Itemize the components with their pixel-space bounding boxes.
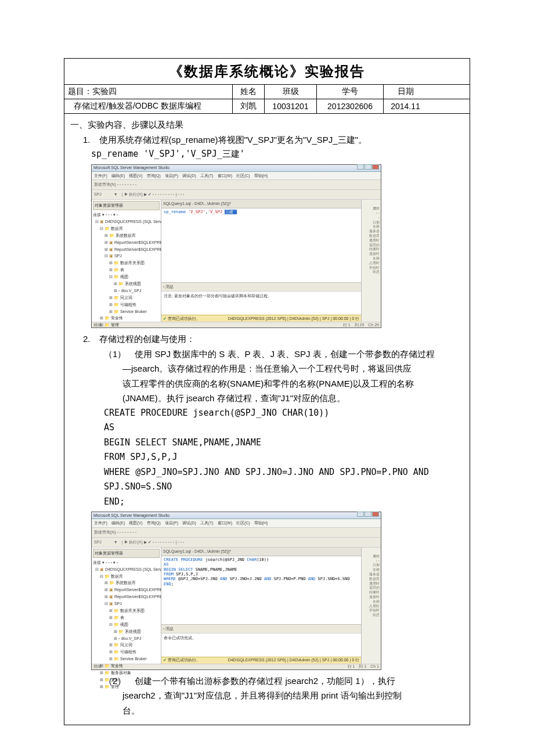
date-value: 2014.11 [384,99,427,113]
ssms-menubar[interactable]: 文件(F) 编辑(E) 视图(V) 查询(Q) 项目(P) 调试(D) 工具(T… [92,172,381,181]
message-tab[interactable]: ▫ 消息 [161,625,361,633]
sql-editor[interactable]: CREATE PROCEDURE jsearch(@SPJ_JNO CHAR(1… [161,556,361,624]
close-icon[interactable] [372,512,379,517]
editor-tab[interactable]: SQLQuery1.sql - D4D\...\Admin (52))* [161,200,361,208]
code-line: CREATE PROCEDURE jsearch(@SPJ_JNO CHAR(1… [70,406,464,421]
tree-item[interactable]: ⊞ 📁 系统视图 [93,628,160,635]
item2-1-l3: 该工程零件的供应商的名称(SNAME)和零件的名称(PNAME)以及工程的名称 [70,376,464,391]
tree-item[interactable]: ⊞ 📁 同义词 [93,294,160,301]
ssms-body: 对象资源管理器 连接 ▾ ▫ ▫ ▫ ▾ ▫ ⊟ ▣ D4D\SQLEXPRES… [92,548,381,664]
tree-item[interactable]: ⊞ ▫ dbo.V_SPJ [93,635,160,642]
ssms-screenshot-2: Microsoft SQL Server Management Studio 文… [91,512,381,670]
object-explorer-tools[interactable]: 连接 ▾ ▫ ▫ ▫ ▾ ▫ [93,211,160,218]
tree-item[interactable]: ⊞ 📁 同义词 [93,642,160,649]
close-icon[interactable] [372,164,379,170]
code-line: AS [70,420,464,435]
tree-item[interactable]: ⊟ 📁 视图 [93,621,160,628]
tree-item[interactable]: ⊟ ▣ SPJ [93,253,160,260]
window-buttons[interactable] [356,512,379,519]
ssms-toolbar-1[interactable]: 新建查询(N) ▫ ▫ ▫ ▫ ▫ ▫ ▫ ▫ [92,528,381,538]
tree-item[interactable]: ⊞ 📁 系统数据库 [93,232,160,239]
tree-item[interactable]: ⊞ 📁 Service Broker [93,308,160,315]
editor-tab[interactable]: SQLQuery1.sql - D4D\...\Admin (52))* [161,548,361,556]
code-line: END; [70,495,464,510]
status-bar: 查询已成功执行。 D4D\SQLEXPRESS (2012 SP0) | D4D… [161,657,361,664]
item2-1-l2: —jsearch。该存储过程的作用是：当任意输入一个工程代号时，将返回供应 [70,361,464,376]
tree-item[interactable]: ⊞ ▣ ReportServer$SQLEXPRE [93,593,160,600]
minimize-icon[interactable] [357,164,364,170]
object-explorer-tools[interactable]: 连接 ▾ ▫ ▫ ▫ ▾ ▫ [93,559,160,566]
tree-item[interactable]: ⊞ ▫ dbo.V_SPJ [93,287,160,294]
topic-sub: 存储过程/触发器/ODBC 数据库编程 [74,101,201,111]
tree-item[interactable]: ⊞ 📁 数据库关系图 [93,260,160,267]
item1-code: sp_rename 'V_SPJ','V_SPJ_三建' [70,147,464,162]
code-line: FROM SPJ,S,P,J [70,450,464,465]
report-frame: 《数据库系统概论》实验报告 题目：实验四 姓名 班级 学号 日期 存储过程/触发… [64,58,470,725]
report-body: 一、实验内容、步骤以及结果 1. 使用系统存储过程(sp_rename)将视图"… [64,114,470,725]
minimize-icon[interactable] [357,512,364,517]
message-pane: ▫ 消息 注意: 更改对象名的任一部分都可能会破坏脚本和存储过程。 [161,282,361,315]
tree-item[interactable]: ⊞ 📁 表 [93,614,160,621]
maximize-icon[interactable] [365,164,371,170]
message-tab[interactable]: ▫ 消息 [161,283,361,291]
tree-item[interactable]: ⊞ 📁 安全性 [93,663,160,669]
status-right: D4D\SQLEXPRESS (2012 SP0) | D4D\Admin (5… [228,315,359,322]
tree-item[interactable]: ⊞ 📁 表 [93,267,160,273]
tree-item[interactable]: ⊞ 📁 可编程性 [93,301,160,308]
item1-text: 1. 使用系统存储过程(sp_rename)将视图"V_SPJ"更名为"V_SP… [70,132,464,147]
object-explorer[interactable]: 对象资源管理器 连接 ▾ ▫ ▫ ▫ ▾ ▫ ⊟ ▣ D4D\SQLEXPRES… [92,548,161,664]
ssms-titlebar: Microsoft SQL Server Management Studio [92,512,381,519]
tree-root[interactable]: ⊟ ▣ D4D\SQLEXPRESS (SQL Server 2012.0.20… [93,218,160,225]
object-explorer[interactable]: 对象资源管理器 连接 ▾ ▫ ▫ ▫ ▾ ▫ ⊟ ▣ D4D\SQLEXPRES… [92,200,161,322]
tree-item[interactable]: ⊞ 📁 数据库关系图 [93,607,160,614]
tree-root[interactable]: ⊟ ▣ D4D\SQLEXPRESS (SQL Server 1 [93,566,160,573]
class-header: 班级 [265,85,317,99]
tree-item[interactable]: ⊞ 📁 管理 [93,322,160,329]
properties-rail: 属性▫ ▫日期名称服务器数据库通用时返回的结束时连接时名称占用时开始时状态 [361,548,381,664]
topic-sub-cell: 存储过程/触发器/ODBC 数据库编程 [64,99,233,113]
tree-item[interactable]: ⊟ ▣ SPJ [93,600,160,607]
ssms-title: Microsoft SQL Server Management Studio [93,164,169,171]
topic-cell: 题目：实验四 [64,85,233,99]
ssms-title: Microsoft SQL Server Management Studio [93,512,169,519]
ssms-main: SQLQuery1.sql - D4D\...\Admin (52))* CRE… [161,548,361,664]
sql-editor[interactable]: sp_rename 'V_SPJ','V_SPJ_三建' [161,208,361,282]
tree-item[interactable]: ⊟ 📁 数据库 [93,225,160,232]
meta-header-row: 题目：实验四 姓名 班级 学号 日期 [64,85,470,99]
message-text: 注意: 更改对象名的任一部分都可能会破坏脚本和存储过程。 [161,291,361,301]
item2-1-lead: （1） 使用 SPJ 数据库中的 S 表、P 表、J 表、SPJ 表，创建一个带… [70,347,464,362]
ssms-body: 对象资源管理器 连接 ▾ ▫ ▫ ▫ ▾ ▫ ⊟ ▣ D4D\SQLEXPRES… [92,200,381,322]
tree-item[interactable]: ⊞ ▣ ReportServer$SQLEXPRE [93,586,160,593]
item2-2-lead: （2） 创建一个带有输出游标参数的存储过程 jsearch2，功能同 1），执行 [70,674,464,689]
section1-heading: 一、实验内容、步骤以及结果 [70,117,464,132]
ssms-toolbar-1[interactable]: 新建查询(N) ▫ ▫ ▫ ▫ ▫ ▫ ▫ ▫ [92,180,381,190]
message-pane: ▫ 消息 命令已成功完成。 [161,624,361,657]
window-buttons[interactable] [356,164,379,172]
maximize-icon[interactable] [365,512,371,517]
ssms-toolbar-2[interactable]: SPJ ▼ | ▶ 执行(X) ▶ ✔ ▫ ▫ ▫ ▫ ▫ ▫ ▫ ▫ ▫ | … [92,190,381,200]
tree-item[interactable]: ⊞ 📁 安全性 [93,315,160,322]
item2-2-l2: jsearch2，查询"J1"对应信息，并且将得到的结果用 print 语句输出… [70,688,464,703]
status-ok: 查询已成功执行。 [163,315,200,322]
bottom-left: 就绪 [93,322,102,329]
item2-1-l4: (JNAME)。执行 jsearch 存储过程，查询"J1"对应的信息。 [70,391,464,406]
tree-item[interactable]: ⊞ 📁 系统数据库 [93,579,160,586]
tree-item[interactable]: ⊞ ▣ ReportServer$SQLEXPRESS [93,239,160,246]
object-explorer-header: 对象资源管理器 [93,201,160,210]
tree-item[interactable]: ⊞ 📁 系统视图 [93,280,160,287]
code-line: BEGIN SELECT SNAME,PNAME,JNAME [70,435,464,451]
bottom-left: 就绪 [93,663,102,670]
message-text: 命令已成功完成。 [161,633,361,643]
tree-item[interactable]: ⊟ 📁 数据库 [93,573,160,580]
tree-item[interactable]: ⊟ 📁 视图 [93,273,160,280]
ssms-toolbar-2[interactable]: SPJ ▼ | ▶ 执行(X) ▶ ✔ ▫ ▫ ▫ ▫ ▫ ▫ ▫ ▫ ▫ | … [92,538,381,548]
bottom-right: 行 1 列 1 Ch 1 [348,663,379,670]
status-ok: 查询已成功执行。 [163,657,200,664]
properties-rail: 属性▫ ▫▫日期名称服务器数据库通用时返回的结束时连接时名称占用时开始时状态 [361,200,381,322]
bottom-right: 行 1 列 29 Ch 29 [343,322,379,329]
tree-item[interactable]: ⊞ 📁 可编程性 [93,649,160,656]
ssms-menubar[interactable]: 文件(F) 编辑(E) 视图(V) 查询(Q) 项目(P) 调试(D) 工具(T… [92,519,381,528]
tree-item[interactable]: ⊞ ▣ ReportServer$SQLEXPRESSTemp [93,246,160,253]
item2-2-l3: 台。 [70,703,464,718]
tree-item[interactable]: ⊞ 📁 Service Broker [93,656,160,663]
